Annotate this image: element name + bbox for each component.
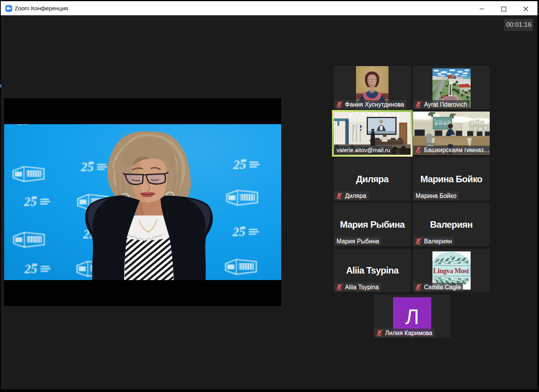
svg-text:Lingva Most: Lingva Most	[433, 267, 469, 275]
